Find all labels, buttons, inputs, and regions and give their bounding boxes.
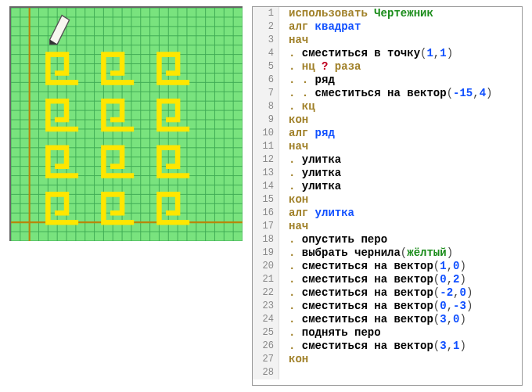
line-source: . сместиться на вектор(0,-3) [279,300,473,313]
code-line[interactable]: 25. поднять перо [253,326,522,340]
line-number: 24 [253,313,279,326]
code-line[interactable]: 28 [253,366,522,379]
line-source: алг ряд [279,127,335,140]
line-number: 20 [253,260,279,273]
code-line[interactable]: 20. сместиться на вектор(1,0) [253,260,522,273]
code-editor[interactable]: 1использовать Чертежник2алг квадрат3нач4… [252,6,523,386]
line-source: кон [279,353,308,366]
drawing-svg [11,8,243,241]
code-line[interactable]: 23. сместиться на вектор(0,-3) [253,300,522,313]
line-source: . сместиться в точку(1,1) [279,47,453,60]
line-source: . поднять перо [279,326,381,340]
code-line[interactable]: 5. нц ? раза [253,60,522,74]
code-line[interactable]: 18. опустить перо [253,233,522,246]
line-number: 9 [253,113,279,127]
code-line[interactable]: 17нач [253,220,522,233]
line-number: 2 [253,20,279,34]
code-line[interactable]: 19. выбрать чернила(жёлтый) [253,246,522,260]
line-source: . выбрать чернила(жёлтый) [279,246,453,260]
code-line[interactable]: 14. улитка [253,180,522,193]
line-source: . сместиться на вектор(1,0) [279,260,466,273]
code-line[interactable]: 11нач [253,140,522,153]
line-source: использовать Чертежник [279,7,433,20]
line-number: 7 [253,87,279,100]
line-source: . сместиться на вектор(3,1) [279,340,466,353]
line-source: . сместиться на вектор(0,2) [279,273,466,286]
code-line[interactable]: 1использовать Чертежник [253,7,522,20]
line-source: . нц ? раза [279,60,361,74]
line-number: 15 [253,193,279,207]
code-line[interactable]: 6. . ряд [253,74,522,87]
line-number: 11 [253,140,279,153]
code-line[interactable]: 24. сместиться на вектор(3,0) [253,313,522,326]
line-number: 14 [253,180,279,193]
code-line[interactable]: 2алг квадрат [253,20,522,34]
line-source: нач [279,34,308,47]
line-number: 23 [253,300,279,313]
line-source: кон [279,193,308,207]
line-number: 18 [253,233,279,246]
line-source: алг квадрат [279,20,361,34]
line-source: . улитка [279,167,341,180]
line-source: . . ряд [279,74,335,87]
line-source: алг улитка [279,207,354,220]
line-number: 27 [253,353,279,366]
line-number: 3 [253,34,279,47]
code-line[interactable]: 26. сместиться на вектор(3,1) [253,340,522,353]
line-number: 25 [253,326,279,340]
line-number: 8 [253,100,279,113]
line-source: кон [279,113,308,127]
drawing-canvas [9,6,243,241]
line-number: 21 [253,273,279,286]
line-source: . опустить перо [279,233,387,246]
line-number: 19 [253,246,279,260]
line-number: 26 [253,340,279,353]
line-number: 1 [253,7,279,20]
code-line[interactable]: 21. сместиться на вектор(0,2) [253,273,522,286]
code-line[interactable]: 22. сместиться на вектор(-2,0) [253,286,522,300]
code-line[interactable]: 7. . сместиться на вектор(-15,4) [253,87,522,100]
code-line[interactable]: 15кон [253,193,522,207]
line-number: 17 [253,220,279,233]
code-line[interactable]: 12. улитка [253,153,522,167]
code-line[interactable]: 4. сместиться в точку(1,1) [253,47,522,60]
line-number: 6 [253,74,279,87]
line-number: 4 [253,47,279,60]
line-source: . . сместиться на вектор(-15,4) [279,87,492,100]
line-source: . кц [279,100,315,113]
code-line[interactable]: 13. улитка [253,167,522,180]
app-frame: 1использовать Чертежник2алг квадрат3нач4… [0,0,532,392]
code-line[interactable]: 3нач [253,34,522,47]
line-source: . сместиться на вектор(3,0) [279,313,466,326]
line-number: 10 [253,127,279,140]
line-number: 13 [253,167,279,180]
line-number: 22 [253,286,279,300]
code-line[interactable]: 10алг ряд [253,127,522,140]
code-line[interactable]: 16алг улитка [253,207,522,220]
line-source: . сместиться на вектор(-2,0) [279,286,473,300]
line-number: 16 [253,207,279,220]
line-source: . улитка [279,153,341,167]
line-source: нач [279,220,308,233]
code-line[interactable]: 27кон [253,353,522,366]
line-source: . улитка [279,180,341,193]
line-number: 12 [253,153,279,167]
code-line[interactable]: 8. кц [253,100,522,113]
line-source: нач [279,140,308,153]
line-number: 28 [253,366,279,379]
line-number: 5 [253,60,279,74]
code-line[interactable]: 9кон [253,113,522,127]
